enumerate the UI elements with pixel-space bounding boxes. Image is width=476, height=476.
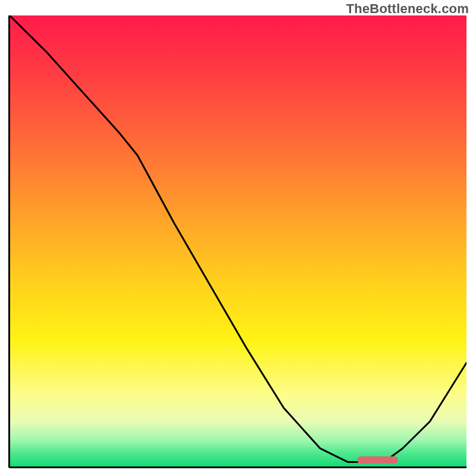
- watermark-text: TheBottleneck.com: [346, 1, 469, 17]
- y-axis: [8, 15, 10, 468]
- optimal-range-marker: [357, 456, 398, 464]
- chart-container: TheBottleneck.com: [0, 0, 476, 476]
- bottleneck-curve: [10, 15, 466, 466]
- x-axis: [10, 466, 466, 468]
